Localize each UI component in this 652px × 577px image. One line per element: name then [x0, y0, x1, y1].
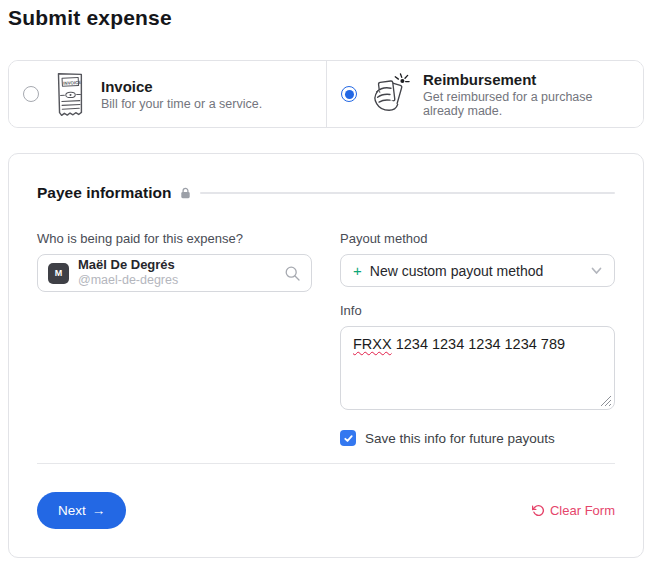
- page-title: Submit expense: [8, 6, 644, 30]
- search-icon: [284, 265, 301, 282]
- info-textarea[interactable]: FRXX 1234 1234 1234 1234 789: [340, 326, 615, 410]
- textarea-resize-handle[interactable]: [599, 394, 612, 407]
- who-is-paid-label: Who is being paid for this expense?: [37, 231, 312, 246]
- payout-method-value: New custom payout method: [370, 263, 581, 279]
- expense-type-option-reimbursement[interactable]: Reimbursement Get reimbursed for a purch…: [326, 61, 643, 127]
- undo-icon: [532, 504, 545, 517]
- info-text-rest: 1234 1234 1234 1234 789: [392, 336, 565, 352]
- submit-expense-page: Submit expense INVOICE Inv: [0, 0, 652, 564]
- invoice-doodle-icon: INVOICE: [51, 69, 89, 119]
- chevron-down-icon: [589, 263, 604, 278]
- save-info-checkbox-row[interactable]: Save this info for future payouts: [340, 430, 615, 446]
- plus-icon: +: [353, 262, 362, 279]
- radio-reimbursement-checked[interactable]: [341, 86, 357, 102]
- reimbursement-doodle-icon: [369, 71, 411, 117]
- expense-type-option-invoice[interactable]: INVOICE Invoice Bill for your time or a …: [9, 61, 326, 127]
- lock-icon: [180, 187, 191, 199]
- invoice-option-title: Invoice: [101, 78, 262, 95]
- payee-name: Maël De Degrés: [78, 258, 275, 273]
- payout-method-select[interactable]: + New custom payout method: [340, 254, 615, 287]
- info-label: Info: [340, 303, 615, 318]
- next-button[interactable]: Next →: [37, 492, 126, 529]
- invoice-option-description: Bill for your time or a service.: [101, 97, 262, 111]
- checkbox-checked-icon[interactable]: [340, 430, 356, 446]
- payee-information-card: Payee information Who is being paid for …: [8, 153, 644, 558]
- info-text-misspelled: FRXX: [353, 336, 392, 352]
- footer-divider: [37, 463, 615, 464]
- payee-handle: @mael-de-degres: [78, 273, 275, 287]
- heading-divider: [200, 192, 615, 194]
- clear-form-link[interactable]: Clear Form: [532, 503, 615, 518]
- payout-method-label: Payout method: [340, 231, 615, 246]
- save-info-checkbox-label[interactable]: Save this info for future payouts: [365, 431, 555, 446]
- payee-avatar: M: [48, 263, 69, 284]
- payee-information-heading: Payee information: [37, 184, 171, 202]
- radio-invoice[interactable]: [23, 86, 39, 102]
- reimbursement-option-description: Get reimbursed for a purchase already ma…: [423, 90, 629, 118]
- svg-text:INVOICE: INVOICE: [63, 80, 81, 86]
- arrow-right-icon: →: [92, 503, 106, 518]
- reimbursement-option-title: Reimbursement: [423, 71, 629, 88]
- clear-form-label: Clear Form: [550, 503, 615, 518]
- payee-select[interactable]: M Maël De Degrés @mael-de-degres: [37, 254, 312, 292]
- expense-type-picker: INVOICE Invoice Bill for your time or a …: [8, 60, 644, 128]
- next-button-label: Next: [58, 503, 86, 518]
